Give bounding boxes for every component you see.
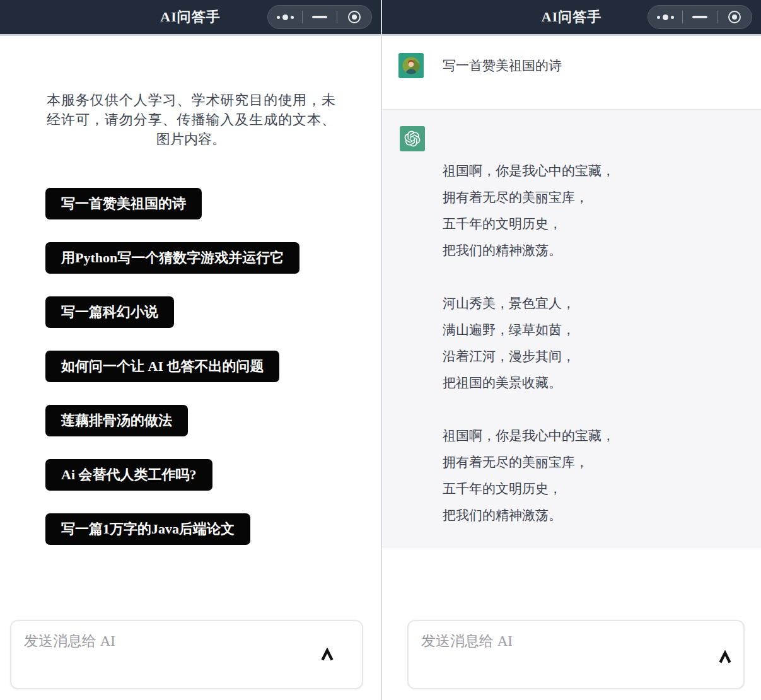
send-caret-icon[interactable] [319, 648, 335, 664]
message-input[interactable] [421, 630, 699, 653]
message-input-bar [10, 620, 363, 689]
suggestion-button-poem[interactable]: 写一首赞美祖国的诗 [45, 188, 202, 219]
poem-line: 五千年的文明历史， [443, 211, 743, 237]
miniprogram-capsule [648, 5, 752, 29]
more-dots-icon [277, 15, 294, 20]
minimize-button[interactable] [683, 6, 717, 28]
suggestion-list: 写一首赞美祖国的诗 用Python写一个猜数字游戏并运行它 写一篇科幻小说 如何… [45, 188, 381, 545]
suggestion-button-python-game[interactable]: 用Python写一个猜数字游戏并运行它 [45, 242, 299, 274]
poem-stanza: 祖国啊，你是我心中的宝藏， 拥有着无尽的美丽宝库， 五千年的文明历史， 把我们的… [443, 158, 743, 264]
suggestion-button-soup-recipe[interactable]: 莲藕排骨汤的做法 [45, 405, 188, 436]
screen-welcome: AI问答手 本服务仅供个人学习、学术研究目的使用，未经许可，请勿分享、传播输入及… [0, 0, 381, 700]
more-dots-icon [657, 15, 674, 20]
poem-line: 把我们的精神激荡。 [443, 502, 743, 528]
more-button[interactable] [268, 6, 302, 28]
user-message-text: 写一首赞美祖国的诗 [443, 57, 562, 74]
screen-chat: AI问答手 [381, 0, 761, 700]
side-by-side-screens: AI问答手 本服务仅供个人学习、学术研究目的使用，未经许可，请勿分享、传播输入及… [0, 0, 761, 700]
ai-message-row: 祖国啊，你是我心中的宝藏， 拥有着无尽的美丽宝库， 五千年的文明历史， 把我们的… [382, 109, 761, 547]
exit-button[interactable] [337, 6, 371, 28]
suggestion-button-ai-replace-jobs[interactable]: Ai 会替代人类工作吗? [45, 459, 212, 491]
poem-line: 五千年的文明历史， [443, 475, 743, 502]
poem-line: 沿着江河，漫步其间， [443, 343, 743, 370]
message-input[interactable] [24, 630, 318, 653]
poem-line: 拥有着无尽的美丽宝库， [443, 449, 743, 475]
exit-circle-icon [728, 11, 741, 23]
message-input-bar [407, 620, 745, 689]
suggestion-button-hard-question[interactable]: 如何问一个让 AI 也答不出的问题 [45, 351, 279, 382]
minimize-icon [312, 16, 327, 18]
suggestion-button-java-thesis[interactable]: 写一篇1万字的Java后端论文 [45, 513, 250, 545]
more-button[interactable] [648, 6, 682, 28]
ai-message-text: 祖国啊，你是我心中的宝藏， 拥有着无尽的美丽宝库， 五千年的文明历史， 把我们的… [443, 158, 743, 528]
poem-line: 祖国啊，你是我心中的宝藏， [443, 158, 743, 184]
poem-line: 满山遍野，绿草如茵， [443, 317, 743, 343]
poem-line: 拥有着无尽的美丽宝库， [443, 184, 743, 211]
poem-line: 河山秀美，景色宜人， [443, 290, 743, 317]
send-caret-icon[interactable] [717, 650, 733, 667]
user-message-row: 写一首赞美祖国的诗 [382, 36, 761, 78]
openai-logo-icon [400, 126, 425, 151]
poem-line: 把我们的精神激荡。 [443, 237, 743, 264]
navbar: AI问答手 [382, 0, 761, 36]
poem-stanza: 河山秀美，景色宜人， 满山遍野，绿草如茵， 沿着江河，漫步其间， 把祖国的美景收… [443, 290, 743, 396]
minimize-button[interactable] [303, 6, 337, 28]
exit-circle-icon [348, 11, 361, 23]
minimize-icon [692, 16, 707, 18]
disclaimer-text: 本服务仅供个人学习、学术研究目的使用，未经许可，请勿分享、传播输入及生成的文本、… [47, 90, 335, 149]
miniprogram-capsule [267, 5, 372, 29]
user-avatar [398, 53, 424, 78]
poem-line: 祖国啊，你是我心中的宝藏， [443, 423, 743, 449]
poem-line: 把祖国的美景收藏。 [443, 370, 743, 396]
poem-stanza: 祖国啊，你是我心中的宝藏， 拥有着无尽的美丽宝库， 五千年的文明历史， 把我们的… [443, 423, 743, 528]
navbar: AI问答手 [0, 0, 381, 36]
exit-button[interactable] [717, 6, 752, 28]
suggestion-button-scifi[interactable]: 写一篇科幻小说 [45, 296, 174, 328]
